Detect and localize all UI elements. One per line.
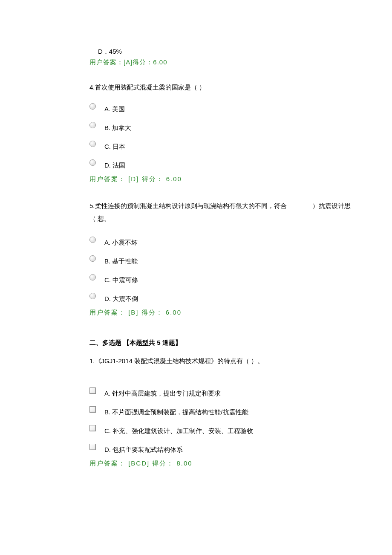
q4-answer: 用户答案： [D] 得分： 6.00 (89, 174, 354, 183)
q4-option-d-label: D. 法国 (104, 156, 125, 170)
m1-option-b-row[interactable]: B. 不片面强调全预制装配，提高结构性能/抗震性能 (89, 402, 354, 416)
q4-option-b-label: B. 加拿大 (104, 118, 131, 132)
q5-option-d-row[interactable]: D. 大震不倒 (89, 289, 354, 303)
m1-stem: 1.《JGJ1-2014 装配式混凝土结构技术规程》的特点有（ ）。 (89, 356, 354, 365)
m1-option-a-row[interactable]: A. 针对中高层建筑，提出专门规定和要求 (89, 384, 354, 398)
q5-option-a-label: A. 小震不坏 (104, 233, 138, 247)
q5-answer: 用户答案： [B] 得分： 6.00 (89, 308, 354, 317)
q5-option-a-row[interactable]: A. 小震不坏 (89, 233, 354, 247)
m1-option-c-row[interactable]: C. 补充、强化建筑设计、加工制作、安装、工程验收 (89, 421, 354, 435)
checkbox-icon[interactable] (89, 425, 96, 431)
radio-icon[interactable] (89, 141, 96, 147)
radio-icon[interactable] (89, 103, 96, 110)
checkbox-icon[interactable] (89, 406, 96, 413)
m1-option-b-label: B. 不片面强调全预制装配，提高结构性能/抗震性能 (104, 402, 248, 416)
q4-option-a-label: A. 美国 (104, 99, 125, 113)
section-2-title: 二、多选题 【本题型共 5 道题】 (89, 338, 354, 347)
m1-option-d-row[interactable]: D. 包括主要装配式结构体系 (89, 440, 354, 454)
m1-option-a-label: A. 针对中高层建筑，提出专门规定和要求 (104, 384, 221, 398)
q5-option-b-row[interactable]: B. 基于性能 (89, 251, 354, 266)
radio-icon[interactable] (89, 255, 96, 262)
q4-option-c-row[interactable]: C. 日本 (89, 137, 354, 151)
q3-option-d: D．45% (98, 47, 354, 56)
radio-icon[interactable] (89, 159, 96, 166)
checkbox-icon[interactable] (89, 387, 96, 394)
m1-option-c-label: C. 补充、强化建筑设计、加工制作、安装、工程验收 (104, 421, 253, 435)
q5-option-c-label: C. 中震可修 (104, 270, 138, 284)
m1-option-d-label: D. 包括主要装配式结构体系 (104, 440, 183, 454)
checkbox-icon[interactable] (89, 444, 96, 450)
q5-stem: 5.柔性连接的预制混凝土结构设计原则与现浇结构有很大的不同，符合 ）抗震设计思 … (89, 199, 354, 225)
radio-icon[interactable] (89, 293, 96, 299)
q4-option-a-row[interactable]: A. 美国 (89, 99, 354, 113)
radio-icon[interactable] (89, 274, 96, 280)
q4-stem: 4.首次使用装配式混凝土梁的国家是（ ） (89, 83, 354, 92)
radio-icon[interactable] (89, 237, 96, 243)
q5-option-b-label: B. 基于性能 (104, 251, 138, 266)
q4-option-c-label: C. 日本 (104, 137, 125, 151)
q3-answer: 用户答案：[A]得分：6.00 (89, 58, 354, 66)
radio-icon[interactable] (89, 122, 96, 128)
m1-answer: 用户答案： [BCD] 得分： 8.00 (89, 459, 354, 468)
q5-option-d-label: D. 大震不倒 (104, 289, 138, 303)
q5-option-c-row[interactable]: C. 中震可修 (89, 270, 354, 284)
q4-option-b-row[interactable]: B. 加拿大 (89, 118, 354, 132)
q4-option-d-row[interactable]: D. 法国 (89, 156, 354, 170)
